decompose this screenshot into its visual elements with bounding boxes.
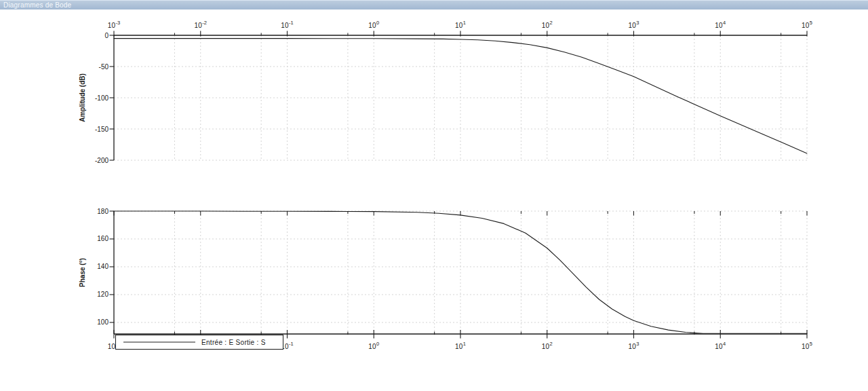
svg-text:-50: -50 [99,63,109,71]
svg-text:100: 100 [368,20,379,30]
legend-label: Entrée : E Sortie : S [201,339,266,346]
svg-text:160: 160 [97,235,108,242]
svg-text:105: 105 [802,341,812,351]
amplitude-panel: 10-310-210-11001011021031041050-50-100-1… [79,20,812,164]
svg-text:101: 101 [455,341,466,351]
svg-text:140: 140 [97,263,108,270]
phase-grid [114,211,807,334]
svg-text:101: 101 [455,20,466,30]
svg-text:103: 103 [629,341,639,351]
svg-text:-100: -100 [95,94,108,102]
bode-chart: 10-310-210-11001011021031041050-50-100-1… [0,0,868,391]
svg-text:103: 103 [629,20,639,30]
phase-y-axis: 180160140120100 [97,208,114,335]
svg-text:10-2: 10-2 [195,20,207,30]
svg-text:100: 100 [97,318,108,326]
svg-text:104: 104 [715,20,726,30]
svg-text:105: 105 [802,20,812,30]
svg-text:10-3: 10-3 [108,20,120,30]
amplitude-y-axis: 0-50-100-150-200 [95,32,114,164]
amplitude-curve [114,39,807,153]
svg-text:-150: -150 [95,126,108,133]
svg-text:102: 102 [542,20,553,30]
svg-text:120: 120 [97,291,108,298]
amplitude-grid [114,35,807,160]
svg-text:180: 180 [97,208,108,215]
svg-text:-200: -200 [95,157,108,164]
phase-panel: 10-310-210-11001011021031041051801601401… [79,208,812,351]
window-titlebar[interactable]: Diagrammes de Bode [0,0,868,10]
svg-text:104: 104 [715,341,726,351]
svg-text:100: 100 [368,341,379,351]
amplitude-axis-title: Amplitude (dB) [79,73,86,122]
window-title: Diagrammes de Bode [3,1,71,10]
legend: Entrée : E Sortie : S [116,335,283,350]
svg-text:102: 102 [542,341,553,351]
amplitude-x-axis [114,31,807,37]
phase-axis-title: Phase (°) [79,258,86,287]
svg-text:10-1: 10-1 [281,20,293,30]
bode-window: Diagrammes de Bode 10-310-210-1100101102… [0,0,868,391]
svg-text:0: 0 [104,32,108,39]
amplitude-x-tick-labels: 10-310-210-1100101102103104105 [108,20,812,30]
phase-x-axis [114,211,807,339]
